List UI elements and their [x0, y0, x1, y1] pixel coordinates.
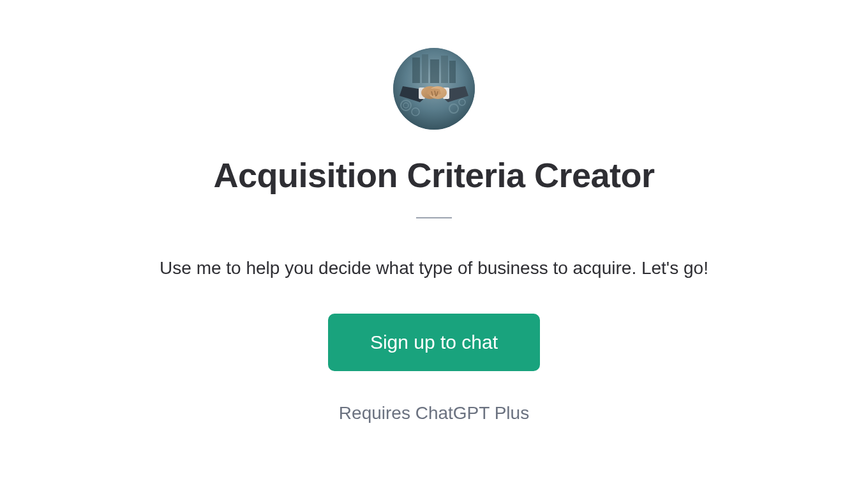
svg-rect-2 — [422, 54, 428, 83]
avatar-image — [393, 48, 475, 130]
svg-rect-1 — [412, 57, 420, 83]
main-container: Acquisition Criteria Creator Use me to h… — [0, 0, 868, 423]
gpt-title: Acquisition Criteria Creator — [213, 155, 654, 195]
requirement-label: Requires ChatGPT Plus — [339, 403, 529, 423]
svg-rect-4 — [441, 56, 448, 83]
svg-rect-3 — [430, 59, 439, 83]
signup-button[interactable]: Sign up to chat — [328, 314, 540, 371]
gpt-avatar — [393, 48, 475, 130]
svg-rect-5 — [449, 61, 456, 83]
gpt-description: Use me to help you decide what type of b… — [160, 258, 708, 278]
divider — [416, 217, 452, 218]
